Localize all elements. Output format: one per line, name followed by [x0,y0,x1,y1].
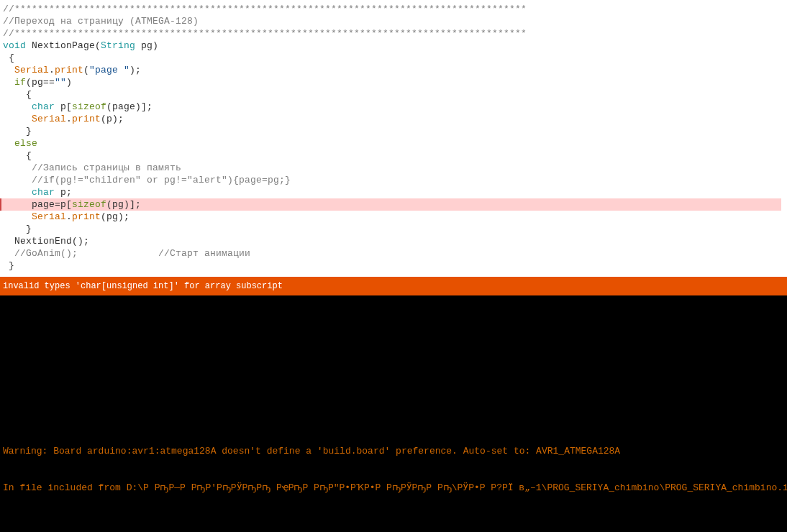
code-line-21: //GoAnim(); //Старт анимации [3,247,784,260]
console-output[interactable]: Warning: Board arduino:avr1:atmega128A d… [0,295,787,532]
code-line-9: char p[sizeof(page)]; [3,101,784,113]
console-include: In file included from D:\Р РҧР—Р РҧР'РҧР… [3,482,784,494]
code-line-16: char p; [3,186,784,198]
code-line-4: void NextionPage(String pg) [3,40,784,52]
code-line-22: } [3,260,784,272]
code-line-10: Serial.print(p); [3,113,784,125]
code-line-17-error: page=p[sizeof(pg)]; [0,198,781,211]
code-line-1: //**************************************… [3,3,784,15]
code-editor[interactable]: //**************************************… [0,0,787,277]
code-line-13: { [3,150,784,162]
code-line-5: { [3,52,784,64]
code-line-18: Serial.print(pg); [3,211,784,223]
console-warning: Warning: Board arduino:avr1:atmega128A d… [3,445,784,457]
code-line-14: //Запись страницы в память [3,162,784,174]
code-line-12: else [3,137,784,150]
code-line-3: //**************************************… [3,27,784,40]
code-line-6: Serial.print("page "); [3,64,784,76]
code-line-8: { [3,88,784,101]
error-message: invalid types 'char[unsigned int]' for a… [3,281,283,291]
code-line-2: //Переход на страницу (ATMEGA-128) [3,15,784,27]
error-bar: invalid types 'char[unsigned int]' for a… [0,277,787,295]
code-line-20: NextionEnd(); [3,235,784,247]
code-line-19: } [3,223,784,235]
code-line-15: //if(pg!="children" or pg!="alert"){page… [3,174,784,186]
code-line-7: if(pg=="") [3,76,784,88]
code-line-11: } [3,125,784,137]
